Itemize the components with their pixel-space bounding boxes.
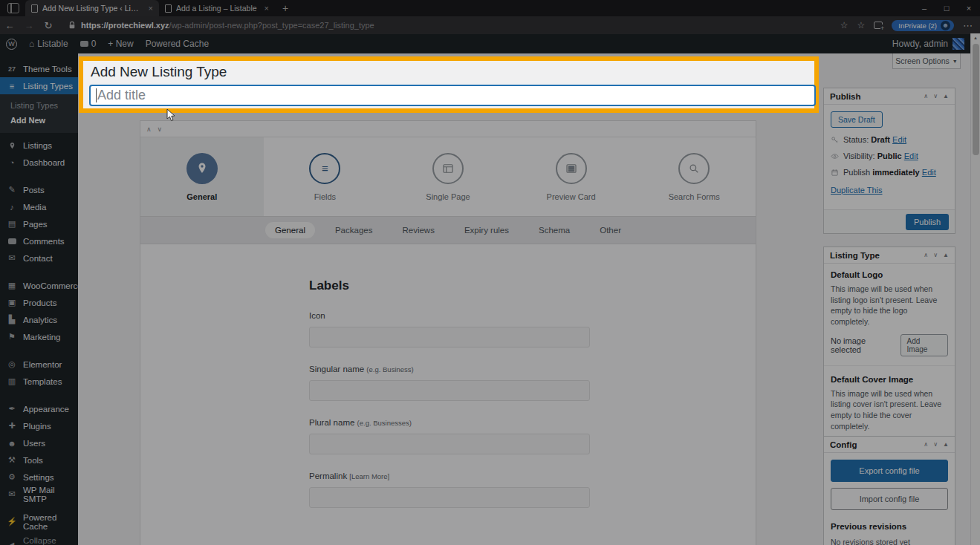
default-cover-heading: Default Cover Image (831, 375, 948, 384)
submenu-item-listing-types[interactable]: Listing Types (0, 98, 78, 113)
refresh-button[interactable]: ↻ (39, 20, 58, 31)
move-down-icon[interactable]: ∨ (933, 441, 938, 448)
sidebar-item-analytics[interactable]: ▙Analytics (0, 311, 78, 328)
move-down-icon[interactable]: ∨ (933, 93, 938, 99)
page-scrollbar[interactable]: ▲ (970, 33, 980, 545)
sidebar-item-powered-cache[interactable]: ⚡Powered Cache (0, 513, 78, 530)
sidebar-item-listing-types[interactable]: ≡Listing Types (0, 77, 78, 94)
screen-options-button[interactable]: Screen Options▼ (892, 53, 961, 69)
close-button[interactable]: × (958, 0, 980, 16)
minimize-button[interactable]: – (913, 0, 935, 16)
edit-schedule-link[interactable]: Edit (922, 168, 936, 177)
add-logo-image-button[interactable]: Add Image (901, 334, 948, 356)
edit-status-link[interactable]: Edit (892, 135, 906, 144)
scrollbar-thumb[interactable] (973, 44, 979, 155)
tab-close-icon[interactable]: × (262, 4, 269, 13)
sub-tab-schema[interactable]: Schema (529, 222, 580, 238)
sidebar-item-label: Comments (23, 237, 65, 246)
collapse-icon[interactable]: ▲ (943, 93, 949, 99)
gear-icon: ⚙ (6, 472, 18, 482)
wp-logo-menu[interactable]: W (0, 34, 23, 53)
edit-visibility-link[interactable]: Edit (904, 151, 918, 160)
submenu-item-add-new[interactable]: Add New (0, 113, 78, 128)
publish-panel-header[interactable]: Publish ∧∨▲ (824, 88, 955, 105)
sidebar-item-theme-tools[interactable]: 27Theme Tools (0, 60, 78, 77)
sidebar-item-comments[interactable]: Comments (0, 232, 78, 249)
config-panel-header[interactable]: Config ∧∨▲ (824, 437, 955, 453)
tab-close-icon[interactable]: × (146, 4, 153, 13)
listing-type-panel-header[interactable]: Listing Type ∧∨▲ (824, 247, 955, 264)
title-input[interactable] (89, 85, 816, 106)
address-bar[interactable]: https://protechiewl.xyz/wp-admin/post-ne… (68, 21, 840, 30)
move-up-icon[interactable]: ∧ (924, 441, 928, 448)
sub-tab-other[interactable]: Other (590, 222, 631, 238)
icon-tab-general[interactable]: General (140, 137, 264, 216)
plural-name-input[interactable] (309, 434, 590, 454)
publish-button[interactable]: Publish (906, 214, 949, 230)
sidebar-item-pages[interactable]: ▤Pages (0, 215, 78, 232)
sidebar-item-settings[interactable]: ⚙Settings (0, 469, 78, 486)
sub-tab-expiry-rules[interactable]: Expiry rules (455, 222, 519, 238)
sidebar-item-wp-mail-smtp[interactable]: ✉WP Mail SMTP (0, 486, 78, 503)
collapse-icon[interactable]: ▲ (943, 441, 949, 448)
new-tab-button[interactable]: + (275, 2, 296, 14)
sub-tab-general[interactable]: General (265, 222, 315, 238)
sort-up-icon[interactable]: ∧ (146, 125, 152, 133)
brush-icon: ✒ (6, 404, 18, 414)
sidebar-item-plugins[interactable]: ✚Plugins (0, 417, 78, 434)
adminbar-site-name[interactable]: ⌂Listable (23, 34, 74, 53)
sidebar-item-woocommerce[interactable]: ▦WooCommerce (0, 277, 78, 294)
sidebar-item-tools[interactable]: ⚒Tools (0, 451, 78, 469)
back-button[interactable]: ← (0, 20, 19, 31)
sub-tab-reviews[interactable]: Reviews (392, 222, 444, 238)
sidebar-item-listings[interactable]: Listings (0, 137, 78, 154)
singular-name-input[interactable] (309, 380, 590, 401)
sidebar-item-media[interactable]: ♪Media (0, 198, 78, 215)
favorites-icon[interactable]: ☆ (857, 20, 865, 30)
browser-tab-active[interactable]: Add New Listing Type ‹ Listable × (25, 0, 159, 16)
add-favorite-icon[interactable]: ☆ (840, 20, 848, 30)
icon-input[interactable] (309, 327, 590, 347)
sidebar-item-contact[interactable]: ✉Contact (0, 249, 78, 267)
icon-tab-fields[interactable]: ≡ Fields (264, 137, 387, 216)
inprivate-badge[interactable]: InPrivate (2)☻ (892, 20, 954, 31)
sidebar-item-users[interactable]: ☻Users (0, 434, 78, 451)
sort-down-icon[interactable]: ∨ (158, 125, 163, 133)
sidebar-item-marketing[interactable]: ⚑Marketing (0, 328, 78, 345)
icon-tab-single-page[interactable]: Single Page (386, 137, 510, 216)
collections-icon[interactable] (874, 22, 883, 29)
vertical-tabs-icon[interactable] (7, 3, 19, 13)
import-config-button[interactable]: Import config file (831, 488, 948, 510)
learn-more-link[interactable]: [Learn More] (349, 472, 389, 480)
move-down-icon[interactable]: ∨ (933, 252, 938, 258)
sidebar-item-elementor[interactable]: ◎Elementor (0, 356, 78, 373)
sidebar-item-templates[interactable]: ▥Templates (0, 373, 78, 390)
export-config-button[interactable]: Export config file (831, 460, 948, 482)
forward-button[interactable]: → (19, 20, 39, 31)
save-draft-button[interactable]: Save Draft (831, 111, 883, 128)
icon-tab-preview-card[interactable]: Preview Card (510, 137, 633, 216)
sidebar-item-appearance[interactable]: ✒Appearance (0, 400, 78, 417)
adminbar-account[interactable]: Howdy, admin (892, 38, 970, 50)
adminbar-new[interactable]: + New (102, 34, 139, 53)
maximize-button[interactable]: □ (935, 0, 958, 16)
sidebar-item-posts[interactable]: ✎Posts (0, 181, 78, 198)
scroll-up-icon[interactable]: ▲ (971, 33, 980, 43)
move-up-icon[interactable]: ∧ (924, 93, 928, 99)
site-name-label: Listable (37, 39, 68, 49)
duplicate-this-link[interactable]: Duplicate This (831, 186, 948, 195)
browser-tab[interactable]: Add a Listing – Listable × (159, 0, 275, 16)
sidebar-item-collapse-menu[interactable]: ◀Collapse menu (0, 536, 78, 545)
icon-tab-search-forms[interactable]: Search Forms (632, 137, 756, 216)
url-path: /wp-admin/post-new.php?post_type=case27_… (169, 21, 374, 30)
browser-menu-icon[interactable]: ⋯ (963, 20, 973, 31)
sub-tab-packages[interactable]: Packages (325, 222, 383, 238)
collapse-icon[interactable]: ▲ (943, 252, 949, 258)
sidebar-item-dashboard[interactable]: ◔Dashboard (0, 154, 78, 171)
permalink-input[interactable] (309, 487, 590, 508)
adminbar-powered-cache[interactable]: Powered Cache (140, 34, 215, 53)
move-up-icon[interactable]: ∧ (924, 252, 928, 258)
bar-chart-icon: ▙ (6, 315, 18, 324)
sidebar-item-products[interactable]: ▣Products (0, 294, 78, 311)
adminbar-comments[interactable]: 0 (74, 34, 103, 53)
